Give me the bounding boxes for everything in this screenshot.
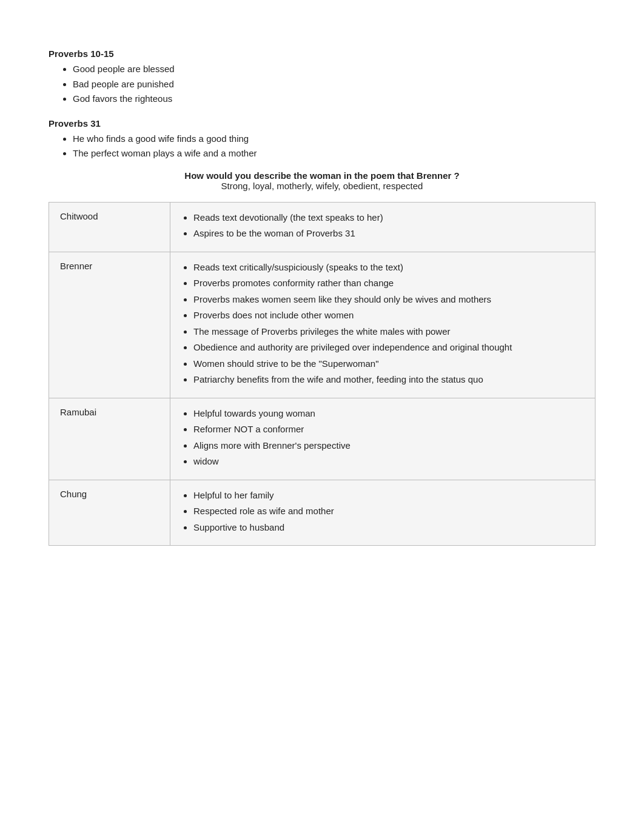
list-item: He who finds a good wife finds a good th… bbox=[73, 132, 595, 146]
proverbs-31-section: Proverbs 31 He who finds a good wife fin… bbox=[49, 118, 595, 161]
table-row: BrennerReads text critically/suspiciousl… bbox=[49, 252, 595, 398]
scholar-points-list: Reads text critically/suspiciously (spea… bbox=[181, 261, 584, 387]
scholar-points-list: Reads text devotionally (the text speaks… bbox=[181, 211, 584, 241]
proverbs-1015-section: Proverbs 10-15 Good people are blessed B… bbox=[49, 49, 595, 106]
list-item: The perfect woman plays a wife and a mot… bbox=[73, 147, 595, 161]
list-item: Proverbs makes women seem like they shou… bbox=[193, 293, 584, 307]
list-item: Patriarchy benefits from the wife and mo… bbox=[193, 373, 584, 387]
scholar-name: Brenner bbox=[49, 252, 170, 398]
proverbs-31-title: Proverbs 31 bbox=[49, 118, 595, 129]
list-item: Bad people are punished bbox=[73, 78, 595, 92]
scholar-points: Helpful to her familyRespected role as w… bbox=[170, 480, 595, 546]
scholar-points: Helpful towards young womanReformer NOT … bbox=[170, 398, 595, 480]
scholar-name: Chung bbox=[49, 480, 170, 546]
list-item: The message of Proverbs privileges the w… bbox=[193, 325, 584, 339]
list-item: Proverbs promotes conformity rather than… bbox=[193, 277, 584, 290]
list-item: Helpful towards young woman bbox=[193, 407, 584, 421]
table-row: RamubaiHelpful towards young womanReform… bbox=[49, 398, 595, 480]
list-item: Proverbs does not include other women bbox=[193, 309, 584, 323]
scholar-points: Reads text critically/suspiciously (spea… bbox=[170, 252, 595, 398]
proverbs-1015-title: Proverbs 10-15 bbox=[49, 49, 595, 59]
scholar-name: Chitwood bbox=[49, 202, 170, 252]
list-item: Reads text devotionally (the text speaks… bbox=[193, 211, 584, 225]
scholar-name: Ramubai bbox=[49, 398, 170, 480]
list-item: Aspires to be the woman of Proverbs 31 bbox=[193, 227, 584, 241]
list-item: Reformer NOT a conformer bbox=[193, 423, 584, 437]
scholar-points: Reads text devotionally (the text speaks… bbox=[170, 202, 595, 252]
list-item: Respected role as wife and mother bbox=[193, 505, 584, 518]
scholar-points-list: Helpful to her familyRespected role as w… bbox=[181, 489, 584, 535]
list-item: God favors the righteous bbox=[73, 92, 595, 106]
list-item: Helpful to her family bbox=[193, 489, 584, 503]
list-item: Good people are blessed bbox=[73, 62, 595, 76]
scholar-points-list: Helpful towards young womanReformer NOT … bbox=[181, 407, 584, 469]
table-row: ChungHelpful to her familyRespected role… bbox=[49, 480, 595, 546]
list-item: Women should strive to be the "Superwoma… bbox=[193, 357, 584, 371]
list-item: widow bbox=[193, 455, 584, 469]
list-item: Obedience and authority are privileged o… bbox=[193, 341, 584, 355]
proverbs-31-list: He who finds a good wife finds a good th… bbox=[49, 132, 595, 161]
question-block: How would you describe the woman in the … bbox=[49, 170, 595, 191]
answer-text: Strong, loyal, motherly, wifely, obedien… bbox=[49, 181, 595, 191]
list-item: Supportive to husband bbox=[193, 521, 584, 535]
list-item: Aligns more with Brenner's perspective bbox=[193, 439, 584, 453]
list-item: Reads text critically/suspiciously (spea… bbox=[193, 261, 584, 275]
table-row: ChitwoodReads text devotionally (the tex… bbox=[49, 202, 595, 252]
comparison-table: ChitwoodReads text devotionally (the tex… bbox=[49, 202, 595, 546]
question-text: How would you describe the woman in the … bbox=[49, 170, 595, 181]
proverbs-1015-list: Good people are blessed Bad people are p… bbox=[49, 62, 595, 106]
